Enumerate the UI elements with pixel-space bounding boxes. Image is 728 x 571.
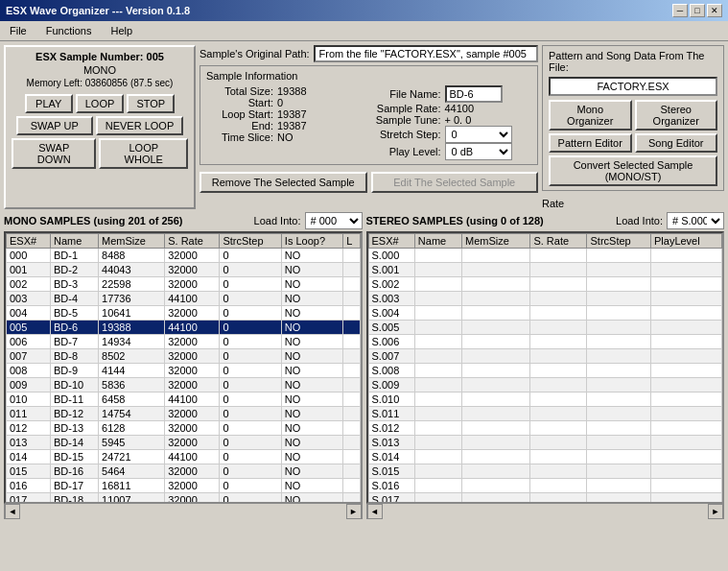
cell-strcstep: 0 bbox=[220, 378, 281, 393]
mono-table-row[interactable]: 006 BD-7 14934 32000 0 NO bbox=[7, 335, 361, 349]
close-button[interactable]: ✕ bbox=[707, 4, 722, 17]
mono-table-row[interactable]: 003 BD-4 17736 44100 0 NO bbox=[7, 292, 361, 306]
stereo-hscroll[interactable]: ◄ ► bbox=[366, 504, 725, 519]
mono-table-row[interactable]: 010 BD-11 6458 44100 0 NO bbox=[7, 393, 361, 407]
convert-button[interactable]: Convert Selected Sample (MONO/ST) bbox=[549, 155, 717, 186]
mono-table-row[interactable]: 016 BD-17 16811 32000 0 NO bbox=[7, 479, 361, 493]
stereo-load-into-select[interactable]: # S.000 bbox=[667, 212, 724, 229]
stereo-table-row[interactable]: S.008 bbox=[368, 364, 722, 378]
stereo-table-row[interactable]: S.003 bbox=[368, 292, 722, 306]
maximize-button[interactable]: □ bbox=[690, 4, 705, 17]
mono-table-row[interactable]: 007 BD-8 8502 32000 0 NO bbox=[7, 349, 361, 364]
cell-name: BD-7 bbox=[51, 335, 99, 349]
play-button[interactable]: PLAY bbox=[25, 94, 73, 113]
menu-help[interactable]: Help bbox=[105, 23, 138, 38]
cell-esx-s: S.015 bbox=[368, 464, 414, 479]
cell-name: BD-4 bbox=[51, 292, 99, 306]
loop-button[interactable]: LOOP bbox=[76, 94, 125, 113]
cell-name: BD-10 bbox=[51, 378, 99, 393]
cell-l bbox=[343, 479, 360, 493]
stereo-table-row[interactable]: S.015 bbox=[368, 464, 722, 479]
cell-playlevel-s bbox=[650, 306, 721, 321]
cell-strcstep: 0 bbox=[220, 450, 281, 464]
cell-isloop: NO bbox=[281, 450, 342, 464]
stereo-table-row[interactable]: S.017 bbox=[368, 493, 722, 503]
mono-hscroll[interactable]: ◄ ► bbox=[4, 504, 363, 519]
stereo-organizer-button[interactable]: Stereo Organizer bbox=[635, 100, 718, 131]
stereo-table-row[interactable]: S.010 bbox=[368, 393, 722, 407]
stop-button[interactable]: STOP bbox=[127, 94, 175, 113]
mono-table-row[interactable]: 017 BD-18 11007 32000 0 NO bbox=[7, 493, 361, 503]
edit-sample-button[interactable]: Edit The Selected Sample bbox=[371, 172, 539, 193]
mono-table-row[interactable]: 015 BD-16 5464 32000 0 NO bbox=[7, 464, 361, 479]
minimize-button[interactable]: ─ bbox=[672, 4, 688, 17]
mono-table-row[interactable]: 000 BD-1 8488 32000 0 NO bbox=[7, 249, 361, 263]
mono-table-row[interactable]: 005 BD-6 19388 44100 0 NO bbox=[7, 321, 361, 335]
mono-table-row[interactable]: 013 BD-14 5945 32000 0 NO bbox=[7, 436, 361, 450]
mono-table-row[interactable]: 008 BD-9 4144 32000 0 NO bbox=[7, 364, 361, 378]
mono-table-row[interactable]: 014 BD-15 24721 44100 0 NO bbox=[7, 450, 361, 464]
col-srate: S. Rate bbox=[165, 234, 220, 249]
mono-hscroll-track[interactable] bbox=[20, 504, 346, 519]
mono-table-col-headers: ESX# Name MemSize S. Rate StrcStep Is Lo… bbox=[7, 234, 361, 249]
mono-table-row[interactable]: 002 BD-3 22598 32000 0 NO bbox=[7, 277, 361, 292]
cell-isloop: NO bbox=[281, 479, 342, 493]
stereo-table-row[interactable]: S.011 bbox=[368, 407, 722, 421]
stereo-table-row[interactable]: S.012 bbox=[368, 421, 722, 436]
mono-table-row[interactable]: 001 BD-2 44043 32000 0 NO bbox=[7, 263, 361, 277]
cell-memsize: 5836 bbox=[99, 378, 165, 393]
cell-l bbox=[343, 378, 360, 393]
cell-esx-s: S.008 bbox=[368, 364, 414, 378]
mono-table-row[interactable]: 004 BD-5 10641 32000 0 NO bbox=[7, 306, 361, 321]
stereo-table-row[interactable]: S.002 bbox=[368, 277, 722, 292]
file-name-input[interactable] bbox=[445, 85, 503, 103]
stereo-table-row[interactable]: S.009 bbox=[368, 378, 722, 393]
mono-table-row[interactable]: 009 BD-10 5836 32000 0 NO bbox=[7, 378, 361, 393]
stereo-table-row[interactable]: S.001 bbox=[368, 263, 722, 277]
mono-table-wrapper: ESX# Name MemSize S. Rate StrcStep Is Lo… bbox=[4, 231, 363, 504]
stereo-table-row[interactable]: S.016 bbox=[368, 479, 722, 493]
cell-memsize-s bbox=[461, 450, 529, 464]
sample-info-title: Sample Information bbox=[206, 70, 531, 82]
stereo-table: ESX# Name MemSize S. Rate StrcStep PlayL… bbox=[368, 233, 723, 502]
song-editor-button[interactable]: Song Editor bbox=[635, 133, 718, 153]
stereo-hscroll-track[interactable] bbox=[383, 504, 709, 519]
cell-name-s bbox=[414, 321, 461, 335]
swap-up-button[interactable]: SWAP UP bbox=[16, 116, 93, 135]
pattern-editor-button[interactable]: Pattern Editor bbox=[549, 133, 632, 153]
stereo-table-row[interactable]: S.005 bbox=[368, 321, 722, 335]
cell-strcstep: 0 bbox=[220, 335, 281, 349]
mono-organizer-button[interactable]: Mono Organizer bbox=[549, 100, 632, 131]
stereo-table-row[interactable]: S.000 bbox=[368, 249, 722, 263]
mono-load-into-select[interactable]: # 000 bbox=[305, 212, 363, 229]
stereo-table-row[interactable]: S.006 bbox=[368, 335, 722, 349]
remove-sample-button[interactable]: Remove The Selected Sample bbox=[200, 172, 367, 193]
cell-isloop: NO bbox=[281, 364, 342, 378]
cell-strcstep: 0 bbox=[220, 436, 281, 450]
menu-file[interactable]: File bbox=[4, 23, 33, 38]
stereo-hscroll-left[interactable]: ◄ bbox=[367, 504, 383, 519]
stereo-table-row[interactable]: S.007 bbox=[368, 349, 722, 364]
cell-strcstep-s bbox=[587, 393, 651, 407]
stereo-table-scroll[interactable]: ESX# Name MemSize S. Rate StrcStep PlayL… bbox=[368, 233, 723, 502]
stretch-step-select[interactable]: 012 bbox=[445, 126, 512, 143]
mono-hscroll-right[interactable]: ► bbox=[346, 504, 362, 519]
stereo-table-row[interactable]: S.004 bbox=[368, 306, 722, 321]
mono-table-row[interactable]: 011 BD-12 14754 32000 0 NO bbox=[7, 407, 361, 421]
play-level-select[interactable]: 0 dB+1 dB-1 dB bbox=[445, 143, 512, 160]
mono-hscroll-left[interactable]: ◄ bbox=[5, 504, 20, 519]
mono-table-row[interactable]: 012 BD-13 6128 32000 0 NO bbox=[7, 421, 361, 436]
mono-table-scroll[interactable]: ESX# Name MemSize S. Rate StrcStep Is Lo… bbox=[6, 233, 361, 502]
never-loop-button[interactable]: NEVER LOOP bbox=[96, 116, 184, 135]
stereo-table-row[interactable]: S.014 bbox=[368, 450, 722, 464]
col-strcstep-s: StrcStep bbox=[587, 234, 651, 249]
total-size-row: Total Size: 19388 bbox=[206, 85, 364, 97]
cell-name-s bbox=[414, 292, 461, 306]
stereo-hscroll-right[interactable]: ► bbox=[708, 504, 723, 519]
cell-memsize-s bbox=[461, 335, 529, 349]
swap-down-button[interactable]: SWAP DOWN bbox=[12, 138, 96, 169]
loop-whole-button[interactable]: LOOP WHOLE bbox=[99, 138, 188, 169]
stereo-table-row[interactable]: S.013 bbox=[368, 436, 722, 450]
rate-label: Rate bbox=[542, 198, 564, 209]
menu-functions[interactable]: Functions bbox=[40, 23, 98, 38]
